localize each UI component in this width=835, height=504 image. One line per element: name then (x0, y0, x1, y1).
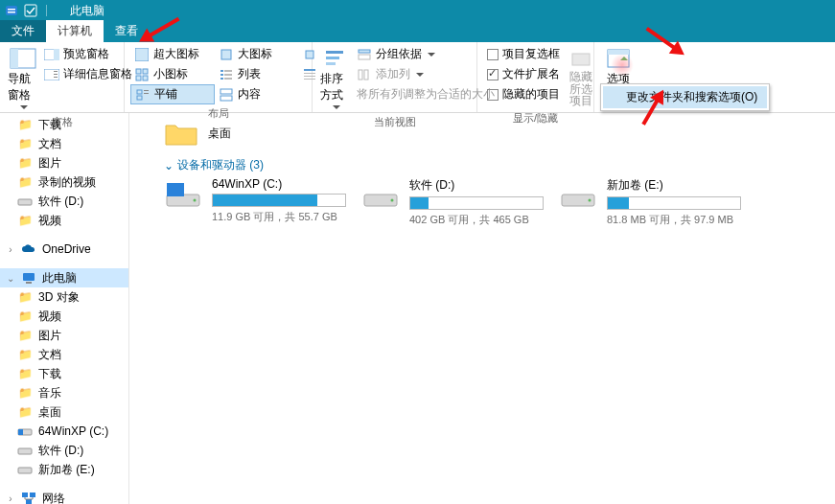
sidebar-item-drive-c[interactable]: 64WinXP (C:) (0, 422, 128, 441)
sidebar-item-drive-d[interactable]: 软件 (D:) (0, 441, 128, 460)
chevron-right-icon: › (6, 244, 15, 255)
folder-icon: 📁 (17, 174, 33, 190)
svg-rect-54 (26, 499, 32, 504)
svg-rect-39 (359, 55, 370, 59)
options-dropdown: 更改文件夹和搜索选项(O) (600, 83, 770, 111)
sort-button[interactable]: 排序方式 (318, 44, 353, 113)
folder-icon: 📁 (17, 347, 33, 362)
svg-rect-53 (30, 493, 35, 497)
svg-point-59 (391, 199, 394, 202)
chk-file-ext[interactable]: 文件扩展名 (483, 64, 564, 84)
sidebar-item-downloads[interactable]: 📁下载 (0, 115, 128, 134)
svg-rect-5 (11, 49, 18, 68)
menu-change-folder-options[interactable]: 更改文件夹和搜索选项(O) (603, 86, 767, 108)
options-icon (603, 46, 634, 71)
svg-rect-19 (144, 93, 149, 94)
chk-item-checkboxes[interactable]: 项目复选框 (483, 44, 564, 64)
drive-item[interactable]: 新加卷 (E:) 81.8 MB 可用，共 97.9 MB (559, 177, 731, 227)
folder-icon (164, 119, 198, 148)
svg-rect-3 (25, 5, 36, 16)
checkbox-icon (487, 49, 499, 60)
drive-icon (559, 177, 597, 208)
checkbox-icon[interactable] (23, 3, 38, 18)
sidebar-item-recvideo[interactable]: 📁录制的视频 (0, 172, 128, 192)
sidebar-item-3d[interactable]: 📁3D 对象 (0, 287, 128, 307)
sidebar-item-downloads2[interactable]: 📁下载 (0, 364, 128, 383)
folder-icon: 📁 (17, 404, 33, 420)
sidebar-item-documents2[interactable]: 📁文档 (0, 345, 128, 364)
svg-rect-22 (220, 70, 223, 72)
sidebar-item-video2[interactable]: 📁视频 (0, 307, 128, 326)
drive-freespace: 11.9 GB 可用，共 55.7 GB (212, 210, 346, 224)
svg-rect-16 (143, 76, 148, 80)
svg-rect-38 (359, 50, 370, 53)
svg-rect-41 (364, 70, 368, 80)
window-title: 此电脑 (70, 3, 104, 19)
sidebar-item-pictures2[interactable]: 📁图片 (0, 326, 128, 345)
sidebar-item-soft-d[interactable]: 软件 (D:) (0, 192, 128, 211)
sidebar-item-drive-e[interactable]: 新加卷 (E:) (0, 460, 128, 479)
folder-icon: 📁 (17, 309, 33, 324)
cloud-icon (21, 241, 36, 257)
svg-rect-46 (23, 273, 35, 281)
layout-tile[interactable]: 平铺 (130, 84, 215, 104)
layout-small[interactable]: 小图标 (130, 64, 215, 84)
hide-icon (566, 46, 596, 71)
chevron-down-icon: ⌄ (164, 159, 174, 172)
svg-rect-42 (572, 54, 590, 65)
svg-point-61 (589, 199, 591, 202)
tab-file[interactable]: 文件 (0, 20, 46, 42)
category-devices[interactable]: ⌄ 设备和驱动器 (3) (164, 157, 827, 173)
drive-icon (17, 424, 33, 439)
svg-rect-18 (144, 90, 149, 91)
folder-desktop[interactable]: 桌面 (164, 119, 827, 148)
titlebar: 此电脑 (0, 0, 835, 21)
sort-icon (320, 46, 351, 71)
svg-rect-23 (224, 70, 232, 72)
sidebar-item-network[interactable]: ›网络 (0, 489, 128, 504)
svg-rect-45 (18, 199, 32, 205)
hide-selected-button[interactable]: 隐藏 所选项目 (564, 44, 598, 109)
svg-rect-49 (18, 429, 23, 435)
svg-rect-9 (54, 71, 58, 72)
drive-capacity-bar (212, 194, 346, 207)
layout-list[interactable]: 列表 (215, 64, 299, 84)
layout-content[interactable]: 内容 (215, 84, 299, 104)
sidebar-item-onedrive[interactable]: ›OneDrive (0, 240, 128, 259)
svg-rect-51 (18, 468, 32, 473)
sidebar-item-desktop[interactable]: 📁桌面 (0, 402, 128, 422)
preview-pane-icon (44, 47, 59, 62)
sidebar-item-thispc[interactable]: ⌄此电脑 (0, 268, 128, 287)
sidebar-item-documents[interactable]: 📁文档 (0, 134, 128, 153)
sidebar-item-pictures[interactable]: 📁图片 (0, 153, 128, 172)
sidebar-item-video[interactable]: 📁视频 (0, 211, 128, 230)
drive-icon (17, 462, 33, 477)
drive-name: 64WinXP (C:) (212, 177, 346, 191)
layout-large[interactable]: 大图标 (215, 44, 299, 64)
svg-rect-15 (136, 76, 141, 80)
tab-computer[interactable]: 计算机 (46, 20, 104, 42)
sidebar: 📁下载 📁文档 📁图片 📁录制的视频 软件 (D:) 📁视频 ›OneDrive… (0, 113, 129, 504)
computer-icon (21, 270, 36, 286)
drive-capacity-bar (409, 196, 544, 210)
svg-rect-17 (137, 90, 142, 94)
svg-rect-28 (220, 89, 232, 94)
chevron-down-icon: ⌄ (6, 273, 15, 284)
folder-icon: 📁 (17, 366, 33, 381)
layout-xlarge[interactable]: 超大图标 (130, 44, 215, 64)
tab-view[interactable]: 查看 (104, 20, 150, 42)
sidebar-item-music[interactable]: 📁音乐 (0, 383, 128, 402)
details-pane-button[interactable]: 详细信息窗格 (40, 64, 136, 84)
drive-item[interactable]: 64WinXP (C:) 11.9 GB 可用，共 55.7 GB (164, 177, 336, 227)
svg-rect-36 (326, 57, 339, 59)
details-pane-icon (44, 67, 59, 82)
network-icon (21, 491, 36, 504)
preview-pane-button[interactable]: 预览窗格 (40, 44, 136, 64)
nav-pane-button[interactable]: 导航窗格 (6, 44, 40, 113)
folder-icon: 📁 (17, 155, 33, 171)
chk-hidden-items[interactable]: 隐藏的项目 (483, 84, 564, 104)
svg-rect-13 (136, 69, 141, 74)
svg-rect-25 (224, 74, 232, 76)
drive-item[interactable]: 软件 (D:) 402 GB 可用，共 465 GB (361, 177, 534, 227)
svg-rect-50 (18, 448, 32, 454)
